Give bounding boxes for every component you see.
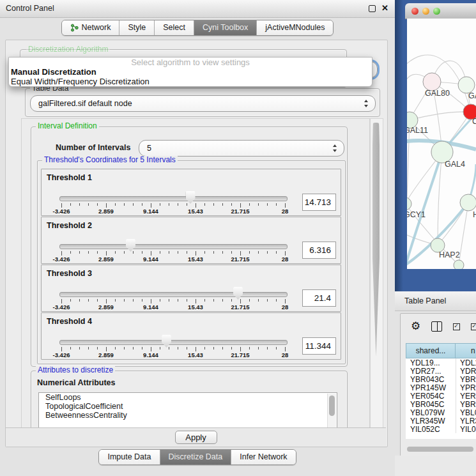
tab-select[interactable]: Select xyxy=(155,20,194,35)
tab-label: Style xyxy=(128,23,146,32)
table-row[interactable]: YBR045CYBR0 xyxy=(406,400,476,408)
table-data-combobox[interactable]: galFiltered.sif default node xyxy=(30,95,376,112)
slider-track[interactable] xyxy=(59,244,288,249)
shared-name-cell[interactable]: YDL19... xyxy=(406,358,456,367)
algorithm-dropdown-popup: Select algorithm to view settings Manual… xyxy=(8,57,372,87)
slider-thumb[interactable] xyxy=(126,239,135,252)
network-node[interactable] xyxy=(454,260,464,269)
algorithm-menu-item[interactable]: Equal Width/Frequency Discretization xyxy=(9,77,372,86)
slider-track[interactable] xyxy=(59,340,288,345)
zoom-traffic-light-icon[interactable] xyxy=(433,8,440,15)
tick-label: -3.426 xyxy=(53,351,70,358)
attribute-list-item[interactable]: SelfLoops xyxy=(39,393,337,402)
slider-thumb[interactable] xyxy=(186,191,196,204)
network-node[interactable] xyxy=(423,73,441,91)
table-row[interactable]: YDL19...YDL1 xyxy=(406,358,476,367)
slider-track[interactable] xyxy=(59,292,288,297)
select-none-checkbox-icon[interactable] xyxy=(471,323,476,330)
tick-mark xyxy=(276,251,277,254)
horizontal-scrollbar[interactable] xyxy=(407,447,473,452)
shared-name-cell[interactable]: YBR043C xyxy=(406,375,456,383)
name-cell[interactable]: YIL0 xyxy=(456,425,476,433)
shared-name-cell[interactable]: YBR045C xyxy=(406,400,456,408)
tab-discretize-data[interactable]: Discretize Data xyxy=(160,450,232,464)
tick-mark xyxy=(231,347,232,349)
apply-button[interactable]: Apply xyxy=(175,431,217,444)
close-icon[interactable]: ✕ xyxy=(381,4,388,12)
network-node[interactable] xyxy=(407,197,411,210)
table-row[interactable]: YDR27...YDR2 xyxy=(406,367,476,375)
vertical-scrollbar[interactable] xyxy=(370,118,383,429)
shared-name-cell[interactable]: YPR145W xyxy=(406,383,456,392)
gear-icon[interactable]: ⚙ xyxy=(411,321,420,332)
table-row[interactable]: YLR345WYLR3 xyxy=(406,417,476,425)
tab-network[interactable]: Network xyxy=(62,20,120,35)
name-cell[interactable]: YDL1 xyxy=(456,358,476,367)
shared-name-cell[interactable]: YLR345W xyxy=(406,417,456,425)
tick-label: 28 xyxy=(282,208,289,215)
threshold-value-field[interactable]: 6.316 xyxy=(302,242,336,259)
tick-mark xyxy=(115,347,116,349)
column-header-shared-name[interactable]: shared... xyxy=(406,343,456,358)
attribute-list-item[interactable]: BetweennessCentrality xyxy=(39,411,337,420)
table-row[interactable]: YIL052CYIL0 xyxy=(406,425,476,433)
threshold-value-field[interactable]: 14.713 xyxy=(302,194,336,211)
table-row[interactable]: YER054CYER0 xyxy=(406,392,476,400)
tab-jactivemnodules[interactable]: jActiveMNodules xyxy=(257,20,333,35)
list-scrollbar[interactable] xyxy=(327,394,336,429)
tick-mark xyxy=(106,347,107,351)
tick-mark xyxy=(258,347,259,349)
tick-label: 9.144 xyxy=(143,208,158,215)
name-cell[interactable]: YBR0 xyxy=(456,400,476,408)
name-cell[interactable]: YDR2 xyxy=(456,367,476,375)
select-all-checkbox-icon[interactable] xyxy=(453,323,460,330)
shared-name-cell[interactable]: YIL052C xyxy=(406,425,456,433)
slider-thumb[interactable] xyxy=(162,335,171,348)
combo-stepper-icon xyxy=(333,144,337,152)
attribute-list-item[interactable]: TopologicalCoefficient xyxy=(39,402,337,411)
numerical-attributes-list[interactable]: SelfLoopsTopologicalCoefficientBetweenne… xyxy=(38,392,337,429)
bottom-tabstrip: Impute DataDiscretize DataInfer Network xyxy=(0,449,395,465)
network-canvas[interactable]: GAL80GACGAL11GAL4GCY1HHAP2 xyxy=(407,19,476,269)
threshold-value-field[interactable]: 11.344 xyxy=(302,337,336,355)
slider-track[interactable] xyxy=(59,196,288,201)
close-traffic-light-icon[interactable] xyxy=(411,8,418,15)
tick-mark xyxy=(222,251,223,254)
node-table[interactable]: shared... n YDL19...YDL1YDR27...YDR2YBR0… xyxy=(406,343,476,439)
tick-mark xyxy=(61,251,62,256)
tick-mark xyxy=(187,203,187,206)
table-row[interactable]: YPR145WYPR1 xyxy=(406,383,476,392)
tick-label: 9.144 xyxy=(143,256,158,263)
network-window-titlebar[interactable] xyxy=(405,3,476,19)
attributes-group-title: Attributes to discretize xyxy=(36,366,115,374)
column-settings-icon[interactable] xyxy=(431,321,442,332)
name-cell[interactable]: YBL0 xyxy=(456,408,476,417)
slider-thumb[interactable] xyxy=(233,287,243,300)
tab-impute-data[interactable]: Impute Data xyxy=(99,450,160,464)
algorithm-placeholder-item[interactable]: Select algorithm to view settings xyxy=(9,58,372,67)
tab-infer-network[interactable]: Infer Network xyxy=(231,450,295,464)
tick-mark xyxy=(240,347,241,351)
name-cell[interactable]: YLR3 xyxy=(456,417,476,425)
shared-name-cell[interactable]: YER054C xyxy=(406,392,456,400)
shared-name-cell[interactable]: YDR27... xyxy=(406,367,456,375)
tab-style[interactable]: Style xyxy=(119,20,155,35)
column-header-name[interactable]: n xyxy=(456,343,476,358)
number-of-intervals-combobox[interactable]: 5 xyxy=(139,140,344,157)
name-cell[interactable]: YBR0 xyxy=(456,375,476,383)
name-cell[interactable]: YPR1 xyxy=(456,383,476,392)
tab-cyni-toolbox[interactable]: Cyni Toolbox xyxy=(194,20,257,35)
float-window-icon[interactable] xyxy=(369,5,376,12)
network-node[interactable] xyxy=(460,194,476,211)
name-cell[interactable]: YER0 xyxy=(456,392,476,400)
algorithm-menu-item[interactable]: Manual Discretization xyxy=(9,67,372,77)
table-row[interactable]: YBL079WYBL0 xyxy=(406,408,476,417)
table-row[interactable]: YBR043CYBR0 xyxy=(406,375,476,383)
shared-name-cell[interactable]: YBL079W xyxy=(406,408,456,417)
scrollbar-thumb[interactable] xyxy=(372,123,380,357)
number-of-intervals-label: Number of Intervals xyxy=(56,143,130,152)
tick-mark xyxy=(213,251,214,254)
minimize-traffic-light-icon[interactable] xyxy=(422,8,429,15)
threshold-value-field[interactable]: 21.4 xyxy=(302,289,336,307)
tick-mark xyxy=(97,203,98,206)
